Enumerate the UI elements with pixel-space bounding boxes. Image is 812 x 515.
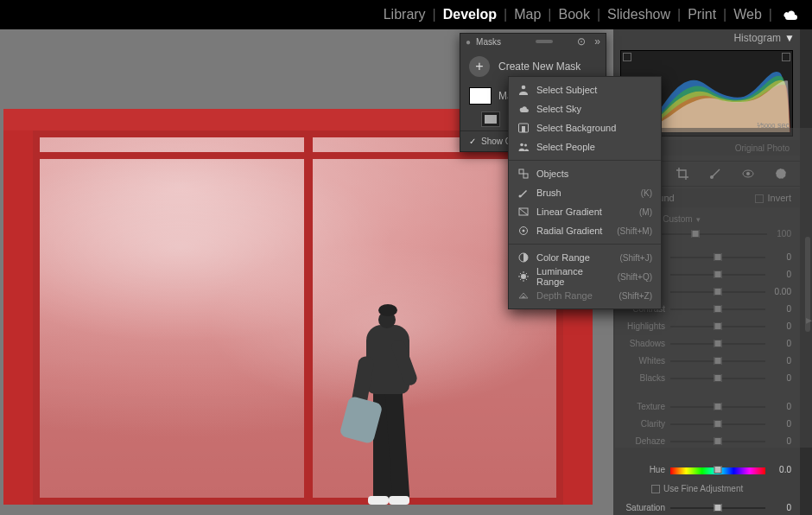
objects-icon [517,168,530,180]
color-icon [517,251,530,264]
depth-icon [517,289,530,302]
slider-shadows[interactable]: Shadows0 [624,337,791,350]
slider-highlights[interactable]: Highlights0 [624,320,791,333]
menu-select-sky[interactable]: Select Sky [509,99,661,118]
panel-options-icon[interactable]: ⊙ [577,35,586,48]
checkmark-icon: ✓ [469,137,476,146]
invert-toggle[interactable]: Invert [755,193,791,203]
unmasked-subject [349,304,427,505]
menu-color-range[interactable]: Color Range(Shift+J) [509,248,661,267]
right-panel-scrollbar[interactable] [800,29,812,515]
luminance-icon [517,270,530,283]
redeye-tool-icon[interactable] [741,167,755,181]
module-slideshow[interactable]: Slideshow [604,7,674,22]
brush-icon [517,187,530,199]
slider-whites[interactable]: Whites0 [624,354,791,367]
module-develop[interactable]: Develop [440,7,500,22]
module-print[interactable]: Print [684,7,720,22]
loupe-image[interactable] [3,109,593,505]
slider-texture[interactable]: Texture0 [624,400,791,413]
panel-collapse-icon[interactable]: ▸ [806,313,812,327]
slider-blacks[interactable]: Blacks0 [624,372,791,385]
svg-point-15 [523,230,525,232]
module-web[interactable]: Web [730,7,765,22]
slider-clarity[interactable]: Clarity0 [624,417,791,430]
svg-point-8 [520,143,523,147]
slider-saturation[interactable]: Saturation0 [624,501,791,514]
svg-point-5 [522,86,526,90]
linear-icon [517,206,530,218]
svg-rect-11 [523,174,528,178]
svg-rect-7 [522,126,525,132]
menu-select-subject[interactable]: Select Subject [509,80,661,99]
menu-objects[interactable]: Objects [509,164,661,183]
histogram-header[interactable]: Histogram ▼ [615,29,800,47]
plus-icon: + [469,56,490,77]
menu-depth-range: Depth Range(Shift+Z) [509,286,661,305]
masking-tool-icon[interactable] [774,167,788,181]
module-book[interactable]: Book [555,7,593,22]
module-library[interactable]: Library [380,7,429,22]
mask-component-thumbnail [481,111,500,127]
menu-radial-gradient[interactable]: Radial Gradient(Shift+M) [509,221,661,240]
menu-brush[interactable]: Brush(K) [509,183,661,202]
svg-point-12 [519,195,522,198]
panel-expand-icon[interactable]: » [594,35,600,48]
svg-point-9 [524,144,527,147]
person-icon [517,84,530,96]
svg-rect-10 [519,169,523,174]
chevron-down-icon: ▾ [696,215,701,224]
svg-point-17 [521,274,526,279]
svg-point-0 [710,175,714,179]
new-mask-context-menu: Select SubjectSelect SkySelect Backgroun… [508,76,662,309]
module-map[interactable]: Map [511,7,544,22]
radial-icon [517,225,530,237]
bullet-icon: ● [466,37,471,47]
disclosure-triangle-icon: ▼ [784,32,795,44]
menu-select-people[interactable]: Select People [509,137,661,156]
people-icon [517,141,530,153]
heal-tool-icon[interactable] [708,167,722,181]
cloud-sync-icon[interactable] [783,10,798,20]
svg-point-2 [746,172,750,175]
menu-select-background[interactable]: Select Background [509,118,661,137]
menu-luminance-range[interactable]: Luminance Range(Shift+Q) [509,267,661,286]
histogram-label: Histogram [733,32,781,44]
mask-thumbnail [469,87,492,105]
menu-linear-gradient[interactable]: Linear Gradient(M) [509,202,661,221]
fine-adjustment-toggle[interactable]: Use Fine Adjustment [624,480,791,497]
bg-icon [517,122,530,134]
slider-dehaze[interactable]: Dehaze0 [624,435,791,448]
module-picker: Library| Develop| Map| Book| Slideshow| … [0,0,812,29]
amount-value: 100 [767,229,791,238]
slider-hue[interactable]: Hue0.0 [624,463,791,476]
drag-handle-icon[interactable] [536,40,553,43]
crop-tool-icon[interactable] [676,167,689,181]
sky-icon [517,103,530,115]
masks-panel-header[interactable]: ● Masks ⊙ » [460,34,606,49]
